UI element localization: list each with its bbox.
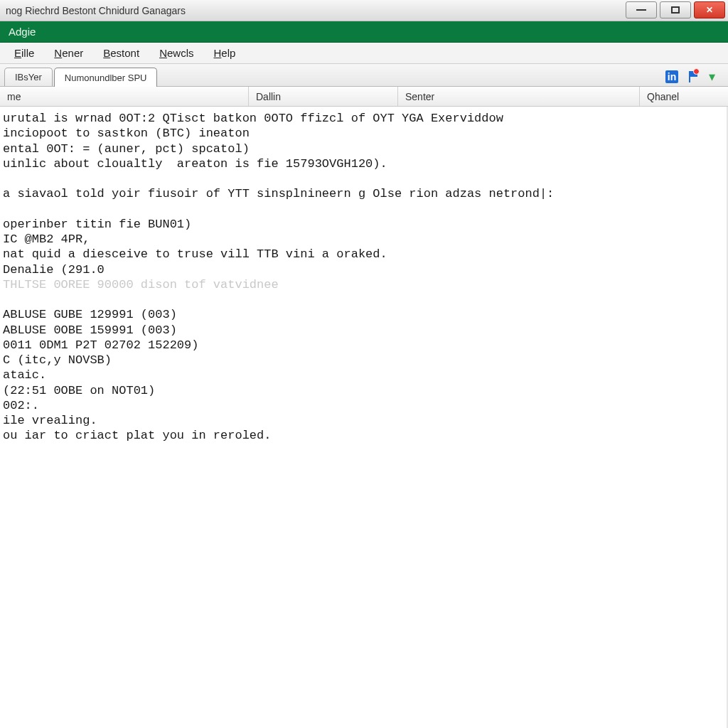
close-button[interactable]: ✕ <box>694 1 725 18</box>
minimize-button[interactable] <box>626 1 657 18</box>
menubar: Eille Nener Bestont Newcls Help <box>0 43 728 64</box>
menu-file[interactable]: Eille <box>4 44 44 62</box>
window-title: nog Riechrd Bestont Chnidurd Ganagars <box>6 5 186 16</box>
column-header[interactable]: Qhanel <box>640 87 728 106</box>
window-controls: ✕ <box>626 0 728 21</box>
column-header[interactable]: Senter <box>398 87 640 106</box>
toolbar-right: in ▾ <box>665 70 724 86</box>
menu-help[interactable]: Help <box>203 44 245 62</box>
column-header[interactable]: Dallin <box>249 87 398 106</box>
maximize-button[interactable] <box>660 1 691 18</box>
flag-icon[interactable] <box>685 70 698 83</box>
app-window: nog Riechrd Bestont Chnidurd Ganagars ✕ … <box>0 0 728 728</box>
brand-bar: Adgie <box>0 21 728 43</box>
menu-nener[interactable]: Nener <box>44 44 93 62</box>
column-header[interactable]: me <box>0 87 249 106</box>
tabstrip: IBsYer Numonundlber SPU in ▾ <box>0 64 728 87</box>
menu-bestont[interactable]: Bestont <box>93 44 149 62</box>
linkedin-icon[interactable]: in <box>665 70 678 83</box>
download-icon[interactable]: ▾ <box>705 70 718 83</box>
tab-numonundlber[interactable]: Numonundlber SPU <box>54 68 158 87</box>
brand-label: Adgie <box>9 26 36 38</box>
menu-newcls[interactable]: Newcls <box>149 44 203 62</box>
tab-label: Numonundlber SPU <box>65 73 147 83</box>
message-body: urutal is wrnad 0OT:2 QTisct batkon 0OTO… <box>0 107 728 728</box>
column-header-row: me Dallin Senter Qhanel <box>0 87 728 107</box>
titlebar: nog Riechrd Bestont Chnidurd Ganagars ✕ <box>0 0 728 21</box>
tab-label: IBsYer <box>15 72 42 82</box>
tab-ibsyer[interactable]: IBsYer <box>4 68 53 86</box>
